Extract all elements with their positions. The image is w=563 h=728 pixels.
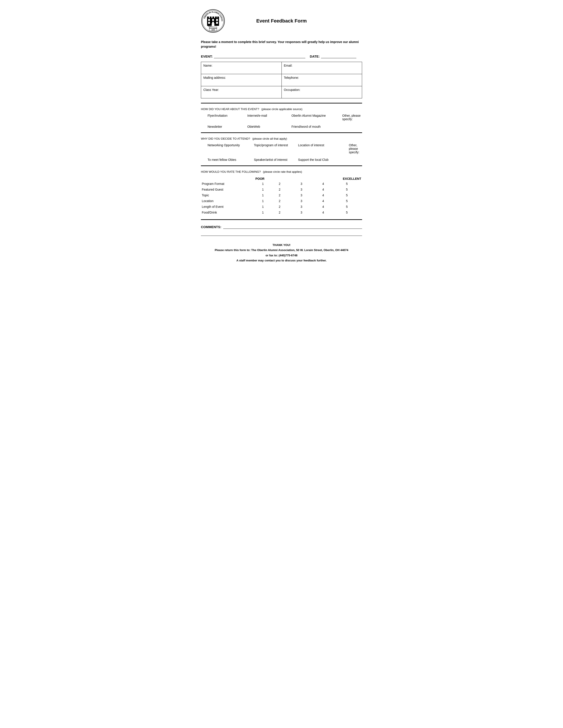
svg-text:FOUNDED: FOUNDED	[209, 28, 217, 29]
hear-option-5: Newsletter	[207, 125, 247, 128]
rating-title-sub: (please circle rate that applies)	[263, 170, 302, 173]
date-input[interactable]	[321, 54, 356, 58]
rating-item-label: Topic	[201, 192, 254, 198]
footer-line1: Please return this form to: The Oberlin …	[201, 248, 362, 253]
comments-input-2[interactable]	[201, 231, 362, 236]
event-label: EVENT:	[201, 54, 212, 58]
hear-option-8	[342, 125, 362, 128]
comments-label: COMMENTS:	[201, 225, 221, 229]
divider-1	[201, 103, 362, 103]
form-title: Event Feedback Form	[256, 18, 307, 24]
rating-item-label: Length of Event	[201, 204, 254, 210]
svg-rect-15	[217, 17, 219, 18]
hear-section-title: HOW DID YOU HEAR ABOUT THIS EVENT? (plea…	[201, 107, 362, 111]
svg-rect-10	[216, 22, 218, 24]
name-cell: Name:	[201, 62, 282, 74]
attend-title-sub: (please circle all that apply)	[252, 137, 287, 140]
rating-table: POOR EXCELLENT Program Format 1 2 3 4 5 …	[201, 176, 362, 215]
table-row: Mailing address: Telephone:	[201, 74, 362, 86]
rating-val-2: 2	[271, 198, 288, 204]
comments-input-1[interactable]	[223, 224, 362, 229]
rating-val-5: 5	[332, 198, 362, 204]
hear-option-2: Internet/e-mail	[247, 114, 292, 121]
email-cell: Email:	[282, 62, 362, 74]
hear-option-1: Flyer/invitation	[207, 114, 247, 121]
hear-title-bold: HOW DID YOU HEAR ABOUT THIS EVENT?	[201, 107, 259, 111]
rating-val-4: 4	[315, 204, 332, 210]
occupation-label: Occupation:	[284, 88, 301, 92]
attend-option-2: Topic/program of interest	[254, 143, 298, 154]
telephone-cell: Telephone:	[282, 74, 362, 86]
rating-val-4: 4	[315, 192, 332, 198]
rating-val-4: 4	[315, 210, 332, 215]
rating-header-row: POOR EXCELLENT	[201, 176, 362, 181]
date-label: DATE:	[310, 54, 320, 58]
rating-val-5: 5	[332, 181, 362, 187]
svg-rect-8	[208, 22, 210, 24]
attend-option-8	[349, 158, 362, 161]
table-row: Name: Email:	[201, 62, 362, 74]
classyear-cell: Class Year:	[201, 86, 282, 98]
attend-title-bold: WHY DID YOU DECIDE TO ATTEND?	[201, 137, 250, 140]
svg-rect-14	[215, 17, 217, 18]
attend-section-title: WHY DID YOU DECIDE TO ATTEND? (please ci…	[201, 137, 362, 140]
svg-rect-12	[210, 17, 211, 18]
table-row: Class Year: Occupation:	[201, 86, 362, 98]
svg-rect-7	[216, 19, 218, 21]
rating-row: Food/Drink 1 2 3 4 5	[201, 210, 362, 215]
mailing-label: Mailing address:	[203, 76, 226, 79]
svg-rect-5	[208, 19, 210, 21]
attend-option-4: Other, please specify:	[349, 143, 362, 154]
hear-option-4: Other, please specify:	[342, 114, 362, 121]
logo-area: OBERLIN ALUMNI ASSOC IATION	[201, 9, 225, 34]
rating-val-1: 1	[254, 210, 271, 215]
hear-option-3: Oberlin Alumni Magazine	[292, 114, 342, 121]
footer-thankyou: THANK YOU!	[201, 242, 362, 248]
rating-val-5: 5	[332, 192, 362, 198]
svg-rect-13	[212, 17, 214, 18]
svg-rect-11	[207, 17, 209, 18]
rating-val-3: 3	[288, 192, 315, 198]
col-3	[288, 176, 315, 181]
info-table: Name: Email: Mailing address: Telephone:…	[201, 62, 362, 98]
rating-val-3: 3	[288, 210, 315, 215]
hear-title-sub: (please circle applicable source)	[261, 107, 303, 111]
col-item	[201, 176, 254, 181]
rating-val-2: 2	[271, 192, 288, 198]
comments-row: COMMENTS:	[201, 224, 362, 229]
rating-item-label: Featured Guest	[201, 187, 254, 192]
comments-section: COMMENTS:	[201, 224, 362, 236]
rating-val-1: 1	[254, 181, 271, 187]
footer-line3: A staff member may contact you to discus…	[201, 258, 362, 263]
name-label: Name:	[203, 64, 212, 67]
rating-section-title: HOW WOULD YOU RATE THE FOLLOWING? (pleas…	[201, 170, 362, 173]
email-label: Email:	[284, 64, 293, 67]
rating-item-label: Location	[201, 198, 254, 204]
rating-title-bold: HOW WOULD YOU RATE THE FOLLOWING?	[201, 170, 261, 173]
rating-row: Program Format 1 2 3 4 5	[201, 181, 362, 187]
rating-section: POOR EXCELLENT Program Format 1 2 3 4 5 …	[201, 176, 362, 215]
intro-text: Please take a moment to complete this br…	[201, 40, 362, 49]
attend-option-3: Location of interest	[298, 143, 349, 154]
rating-val-3: 3	[288, 204, 315, 210]
divider-3	[201, 165, 362, 166]
divider-4	[201, 219, 362, 220]
hear-option-7: Friend/word of mouth	[292, 125, 342, 128]
event-input[interactable]	[214, 54, 305, 58]
divider-2	[201, 132, 362, 133]
rating-val-4: 4	[315, 198, 332, 204]
rating-val-2: 2	[271, 187, 288, 192]
oberlin-logo: OBERLIN ALUMNI ASSOC IATION	[201, 9, 225, 33]
col-poor-label: POOR	[254, 176, 271, 181]
rating-val-3: 3	[288, 181, 315, 187]
classyear-label: Class Year:	[203, 88, 219, 92]
attend-option-1: Networking Opportunity	[207, 143, 254, 154]
rating-val-3: 3	[288, 187, 315, 192]
svg-rect-16	[212, 23, 214, 26]
footer-line2: or fax to: (440)775-6748	[201, 253, 362, 258]
rating-row: Topic 1 2 3 4 5	[201, 192, 362, 198]
hear-options-grid: Flyer/invitation Internet/e-mail Oberlin…	[207, 114, 362, 128]
rating-val-2: 2	[271, 204, 288, 210]
rating-row: Location 1 2 3 4 5	[201, 198, 362, 204]
hear-option-6: ObieWeb	[247, 125, 292, 128]
